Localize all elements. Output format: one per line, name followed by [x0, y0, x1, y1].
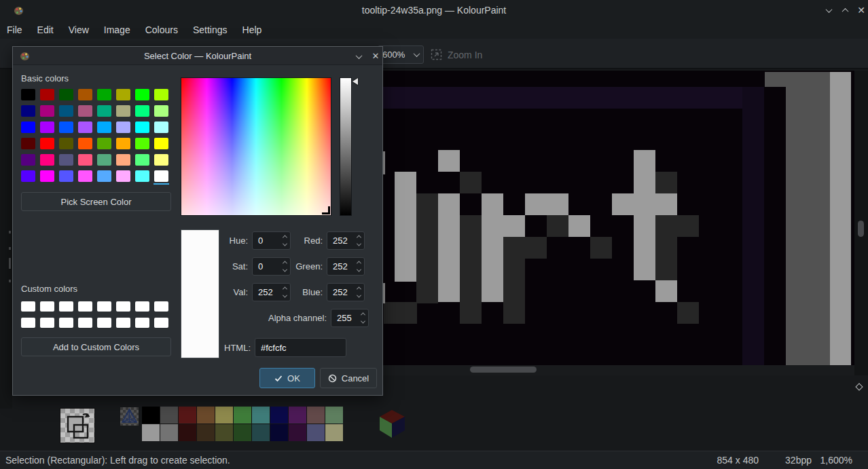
- spinner-arrows-icon[interactable]: [283, 235, 287, 246]
- basic-color-swatch[interactable]: [78, 170, 92, 182]
- custom-color-swatch[interactable]: [135, 301, 149, 312]
- palette-color-cell[interactable]: [197, 424, 215, 441]
- palette-color-cell[interactable]: [289, 424, 306, 441]
- palette-color-cell[interactable]: [252, 424, 270, 441]
- basic-color-swatch[interactable]: [116, 170, 130, 182]
- value-slider-arrow[interactable]: [352, 78, 358, 85]
- spinner-arrows-icon[interactable]: [357, 235, 361, 246]
- minimize-button[interactable]: [822, 3, 835, 17]
- image-canvas[interactable]: [383, 71, 854, 365]
- palette-color-cell[interactable]: [234, 407, 251, 424]
- basic-color-swatch[interactable]: [97, 138, 111, 149]
- custom-color-swatch[interactable]: [40, 318, 54, 328]
- basic-color-swatch[interactable]: [116, 121, 130, 133]
- basic-color-swatch[interactable]: [154, 138, 168, 149]
- palette-color-cell[interactable]: [325, 407, 343, 424]
- basic-color-swatch[interactable]: [21, 105, 35, 117]
- basic-color-swatch[interactable]: [59, 89, 73, 100]
- custom-color-swatch[interactable]: [59, 318, 73, 328]
- custom-color-swatch[interactable]: [116, 301, 130, 312]
- menu-settings[interactable]: Settings: [185, 22, 235, 37]
- basic-color-swatch[interactable]: [78, 138, 92, 149]
- menu-colours[interactable]: Colours: [138, 22, 185, 37]
- horizontal-scrollbar[interactable]: [383, 365, 854, 375]
- sat-spinbox[interactable]: [252, 257, 291, 276]
- basic-color-swatch[interactable]: [135, 138, 149, 149]
- horizontal-scrollbar-thumb[interactable]: [470, 367, 537, 373]
- dialog-titlebar[interactable]: Select Color — KolourPaint ✕: [13, 47, 382, 65]
- basic-color-swatch[interactable]: [135, 170, 149, 182]
- menu-image[interactable]: Image: [96, 22, 138, 37]
- red-spinbox[interactable]: [327, 231, 365, 250]
- custom-color-swatch[interactable]: [21, 318, 35, 328]
- custom-color-swatch[interactable]: [40, 301, 54, 312]
- value-slider[interactable]: [340, 77, 352, 216]
- hue-spinbox[interactable]: [252, 231, 291, 250]
- basic-color-swatch[interactable]: [97, 170, 111, 182]
- palette-color-cell[interactable]: [289, 407, 306, 424]
- palette-color-cell[interactable]: [270, 407, 288, 424]
- basic-color-swatch[interactable]: [21, 121, 35, 133]
- zoom-level-combobox[interactable]: 600%: [378, 45, 424, 64]
- basic-color-swatch[interactable]: [78, 121, 92, 133]
- palette-color-cell[interactable]: [307, 424, 325, 441]
- custom-color-swatch[interactable]: [59, 301, 73, 312]
- custom-color-swatch[interactable]: [154, 318, 168, 328]
- vertical-scrollbar-thumb[interactable]: [858, 221, 864, 237]
- blue-spinbox[interactable]: [327, 283, 365, 301]
- basic-color-swatch[interactable]: [78, 105, 92, 117]
- basic-color-swatch[interactable]: [154, 154, 168, 166]
- green-spinbox[interactable]: [327, 257, 365, 276]
- basic-color-swatch[interactable]: [78, 154, 92, 166]
- basic-color-swatch[interactable]: [21, 154, 35, 166]
- palette-color-cell[interactable]: [197, 407, 215, 424]
- basic-color-swatch[interactable]: [97, 154, 111, 166]
- pick-screen-color-button[interactable]: Pick Screen Color: [21, 192, 171, 211]
- basic-color-swatch[interactable]: [21, 138, 35, 149]
- custom-color-swatch[interactable]: [154, 301, 168, 312]
- dialog-shade-button[interactable]: [353, 51, 364, 62]
- basic-color-swatch[interactable]: [97, 121, 111, 133]
- palette-color-cell[interactable]: [325, 424, 343, 441]
- basic-color-swatch[interactable]: [59, 170, 73, 182]
- palette-color-cell[interactable]: [142, 424, 160, 441]
- spinner-arrows-icon[interactable]: [283, 261, 287, 272]
- basic-color-swatch[interactable]: [21, 89, 35, 100]
- basic-color-swatch[interactable]: [116, 138, 130, 149]
- palette-color-cell[interactable]: [215, 424, 233, 441]
- basic-color-swatch[interactable]: [116, 89, 130, 100]
- val-spinbox[interactable]: [252, 283, 291, 301]
- basic-color-swatch[interactable]: [97, 89, 111, 100]
- spinner-arrows-icon[interactable]: [283, 286, 287, 298]
- basic-color-swatch[interactable]: [21, 170, 35, 182]
- basic-color-swatch[interactable]: [40, 121, 54, 133]
- palette-color-cell[interactable]: [215, 407, 233, 424]
- basic-color-swatch[interactable]: [59, 121, 73, 133]
- palette-color-cell[interactable]: [160, 424, 178, 441]
- html-color-input[interactable]: [255, 338, 346, 357]
- basic-color-swatch[interactable]: [154, 121, 168, 133]
- basic-color-swatch[interactable]: [135, 105, 149, 117]
- basic-color-swatch[interactable]: [40, 89, 54, 100]
- basic-color-swatch[interactable]: [154, 89, 168, 100]
- custom-color-swatch[interactable]: [116, 318, 130, 328]
- dialog-close-button[interactable]: ✕: [370, 51, 381, 62]
- palette-color-cell[interactable]: [179, 424, 196, 441]
- basic-color-swatch[interactable]: [135, 121, 149, 133]
- palette-color-cell[interactable]: [179, 407, 196, 424]
- spinner-arrows-icon[interactable]: [361, 312, 365, 324]
- cancel-button[interactable]: Cancel: [320, 368, 377, 388]
- color-palette[interactable]: [142, 407, 338, 441]
- maximize-button[interactable]: [838, 3, 852, 17]
- custom-color-swatch[interactable]: [78, 318, 92, 328]
- palette-color-cell[interactable]: [252, 407, 270, 424]
- basic-color-swatch[interactable]: [59, 154, 73, 166]
- basic-color-swatch[interactable]: [97, 105, 111, 117]
- basic-color-swatch[interactable]: [154, 105, 168, 117]
- basic-color-swatch[interactable]: [59, 138, 73, 149]
- custom-color-swatch[interactable]: [97, 318, 111, 328]
- menu-help[interactable]: Help: [235, 22, 270, 37]
- selection-tool-options[interactable]: [60, 408, 95, 443]
- menu-view[interactable]: View: [61, 22, 96, 37]
- menu-file[interactable]: File: [7, 22, 30, 37]
